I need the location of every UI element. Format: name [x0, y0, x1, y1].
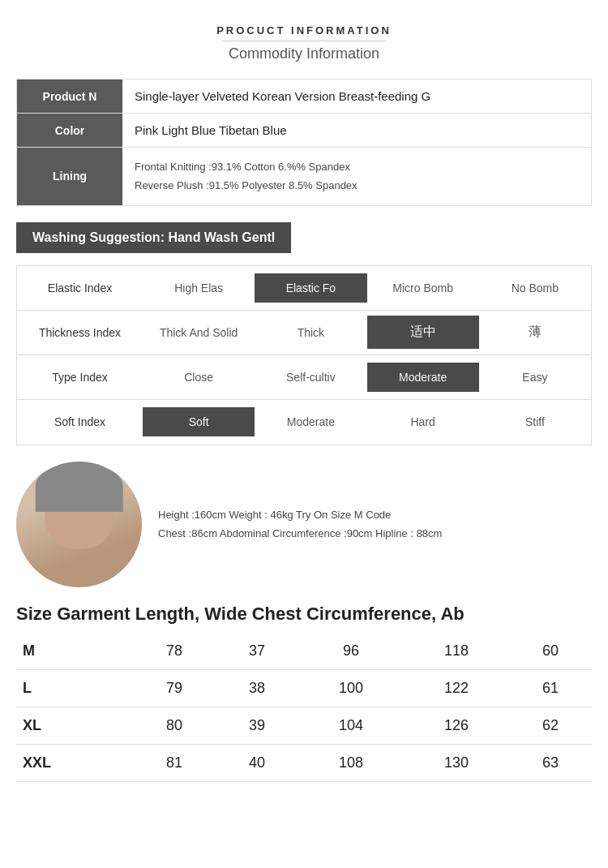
- elastic-index-options: High Elas Elastic Fo Micro Bomb No Bomb: [143, 273, 591, 303]
- product-table: Product N Single-layer Velveted Korean V…: [16, 79, 592, 206]
- soft-index-label: Soft Index: [17, 407, 143, 436]
- product-value-lining: Frontal Knitting :93.1% Cotton 6.%% Span…: [122, 148, 591, 205]
- size-row-m: M 78 37 96 118 60: [16, 633, 592, 670]
- model-line1: Height :160cm Weight : 46kg Try On Size …: [158, 505, 592, 524]
- size-xxl-v4: 130: [404, 744, 509, 781]
- model-section: Height :160cm Weight : 46kg Try On Size …: [16, 462, 592, 587]
- soft-option-hard: Hard: [367, 407, 479, 436]
- soft-option-stiff: Stiff: [479, 407, 591, 436]
- product-label-color: Color: [17, 114, 122, 147]
- header-divider: [223, 41, 385, 41]
- size-m-v3: 96: [298, 633, 404, 670]
- size-table: M 78 37 96 118 60 L 79 38 100 122 61 XL …: [16, 633, 592, 782]
- product-row-color: Color Pink Light Blue Tibetan Blue: [17, 114, 591, 148]
- model-avatar-inner: [16, 462, 142, 587]
- soft-index-row: Soft Index Soft Moderate Hard Stiff: [17, 400, 591, 445]
- product-label-name: Product N: [17, 79, 122, 113]
- soft-option-soft: Soft: [143, 407, 255, 436]
- size-xxl-v2: 40: [216, 744, 298, 781]
- washing-label: Washing Suggestion: Hand Wash Gentl: [16, 222, 291, 253]
- thickness-index-label: Thickness Index: [17, 318, 143, 347]
- size-xxl-v1: 81: [133, 744, 216, 781]
- size-xl-v2: 39: [216, 707, 298, 744]
- size-m: M: [16, 633, 133, 670]
- thickness-option-medium: 适中: [367, 316, 479, 349]
- header-section: PROCUCT INFORMATION Commodity Informatio…: [0, 16, 608, 67]
- size-xl-v4: 126: [404, 707, 509, 744]
- size-xl: XL: [16, 707, 133, 744]
- elastic-option-high: High Elas: [143, 273, 255, 303]
- size-xxl-v3: 108: [298, 744, 404, 781]
- size-xxl-v5: 63: [509, 744, 592, 781]
- thickness-index-row: Thickness Index Thick And Solid Thick 适中…: [17, 311, 591, 355]
- size-xxl: XXL: [16, 744, 133, 781]
- size-l: L: [16, 669, 133, 707]
- model-info: Height :160cm Weight : 46kg Try On Size …: [158, 505, 592, 544]
- size-xl-v1: 80: [133, 707, 216, 744]
- size-row-l: L 79 38 100 122 61: [16, 669, 592, 707]
- elastic-option-no: No Bomb: [479, 273, 591, 303]
- size-row-xl: XL 80 39 104 126 62: [16, 707, 592, 744]
- header-title: PROCUCT INFORMATION: [0, 24, 608, 37]
- product-row-name: Product N Single-layer Velveted Korean V…: [17, 79, 591, 114]
- size-m-v2: 37: [216, 633, 298, 670]
- product-value-name: Single-layer Velveted Korean Version Bre…: [122, 79, 591, 113]
- product-value-color: Pink Light Blue Tibetan Blue: [122, 114, 591, 147]
- elastic-index-label: Elastic Index: [17, 273, 143, 303]
- elastic-index-row: Elastic Index High Elas Elastic Fo Micro…: [17, 266, 591, 311]
- thickness-option-thin: 薄: [479, 316, 591, 349]
- product-row-lining: Lining Frontal Knitting :93.1% Cotton 6.…: [17, 148, 591, 205]
- elastic-option-fo: Elastic Fo: [255, 273, 366, 303]
- soft-option-moderate: Moderate: [255, 407, 366, 436]
- type-option-self: Self-cultiv: [255, 363, 366, 392]
- size-l-v3: 100: [298, 669, 404, 707]
- product-label-lining: Lining: [17, 148, 122, 205]
- size-xl-v5: 62: [509, 707, 592, 744]
- size-l-v2: 38: [216, 669, 298, 707]
- page-wrapper: PROCUCT INFORMATION Commodity Informatio…: [0, 0, 608, 806]
- size-row-xxl: XXL 81 40 108 130 63: [16, 744, 592, 781]
- type-option-moderate: Moderate: [367, 363, 479, 392]
- soft-index-options: Soft Moderate Hard Stiff: [143, 407, 591, 436]
- lining-line1: Frontal Knitting :93.1% Cotton 6.%% Span…: [135, 157, 350, 176]
- type-option-close: Close: [143, 363, 255, 392]
- type-index-options: Close Self-cultiv Moderate Easy: [143, 363, 591, 392]
- size-l-v1: 79: [133, 669, 216, 707]
- index-table: Elastic Index High Elas Elastic Fo Micro…: [16, 265, 592, 445]
- lining-line2: Reverse Plush :91.5% Polyester 8.5% Span…: [135, 176, 358, 195]
- size-m-v4: 118: [404, 633, 509, 670]
- size-m-v5: 60: [509, 633, 592, 670]
- model-line2: Chest :86cm Abdominal Circumference :90c…: [158, 524, 592, 543]
- model-avatar: [16, 462, 142, 587]
- size-m-v1: 78: [133, 633, 216, 670]
- thickness-index-options: Thick And Solid Thick 适中 薄: [143, 316, 591, 349]
- washing-section: Washing Suggestion: Hand Wash Gentl: [16, 222, 592, 253]
- header-subtitle: Commodity Information: [0, 45, 608, 62]
- elastic-option-micro: Micro Bomb: [367, 273, 479, 303]
- type-index-label: Type Index: [17, 363, 143, 392]
- thickness-option-thick: Thick: [255, 318, 366, 347]
- size-l-v4: 122: [404, 669, 509, 707]
- type-index-row: Type Index Close Self-cultiv Moderate Ea…: [17, 355, 591, 400]
- size-xl-v3: 104: [298, 707, 404, 744]
- size-l-v5: 61: [509, 669, 592, 707]
- size-section: Size Garment Length, Wide Chest Circumfe…: [16, 604, 592, 782]
- size-title: Size Garment Length, Wide Chest Circumfe…: [16, 604, 592, 625]
- type-option-easy: Easy: [479, 363, 591, 392]
- thickness-option-solid: Thick And Solid: [143, 318, 255, 347]
